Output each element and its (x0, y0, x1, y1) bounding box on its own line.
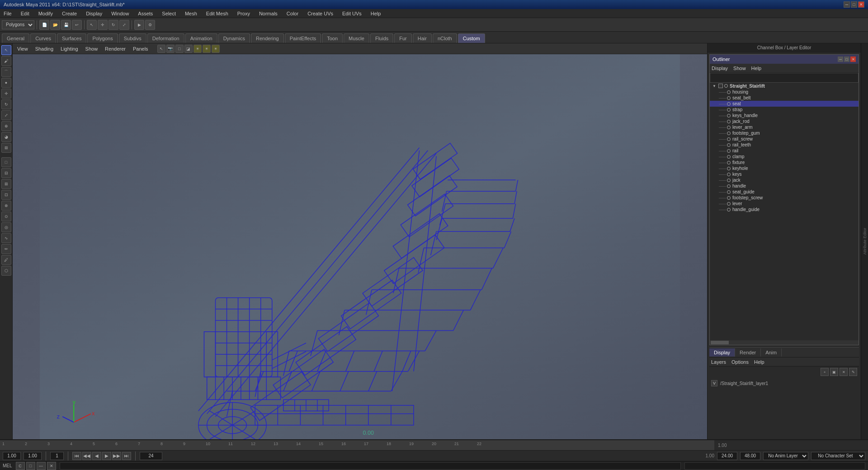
outliner-menu-display[interactable]: Display (712, 66, 728, 71)
view-cube-btn[interactable]: □ (1, 157, 11, 167)
console-minimize-btn[interactable]: □ (26, 462, 35, 470)
tree-item-rail[interactable]: —— rail (710, 148, 859, 154)
outliner-hscroll-thumb[interactable] (711, 341, 729, 344)
menu-mesh[interactable]: Mesh (183, 10, 199, 17)
menu-help[interactable]: Help (369, 10, 383, 17)
close-button[interactable]: ✕ (858, 1, 864, 8)
viewport[interactable]: View Shading Lighting Show Renderer Pane… (13, 43, 707, 439)
tab-polygons[interactable]: Polygons (87, 33, 118, 43)
tree-item-jack-rod[interactable]: —— jack_rod (710, 118, 859, 124)
anim-end-input[interactable] (717, 452, 737, 460)
timeline-track[interactable]: 1 2 3 4 5 6 7 8 9 10 11 12 13 14 15 16 1… (0, 440, 714, 450)
step-forward-btn[interactable]: ▶▶ (112, 452, 121, 460)
new-scene-button[interactable]: 📄 (39, 20, 49, 30)
console-c-btn[interactable]: C (16, 462, 25, 470)
tree-item-root[interactable]: ▼ Straight_Stairlift (710, 83, 859, 89)
menu-window[interactable]: Window (109, 10, 131, 17)
tree-item-handle-guide[interactable]: —— handle_guide (710, 207, 859, 212)
vp-light1-icon[interactable]: ☀ (193, 45, 202, 53)
outliner-close-btn[interactable]: ✕ (850, 56, 856, 62)
layer-create-btn[interactable]: + (821, 368, 829, 376)
vp-select-icon[interactable]: ↖ (157, 45, 165, 53)
brush-btn[interactable]: 🖊 (1, 255, 11, 265)
curve-tool-btn[interactable]: ∿ (1, 233, 11, 243)
scale-btn[interactable]: ⤢ (1, 110, 11, 120)
render-settings-btn[interactable]: ⚙ (145, 20, 155, 30)
move-btn[interactable]: ✛ (1, 89, 11, 99)
jump-to-end-btn[interactable]: ⏭ (122, 452, 131, 460)
vp-menu-shading[interactable]: Shading (33, 45, 55, 52)
render-btn[interactable]: ▶ (134, 20, 144, 30)
frame-step-input[interactable] (50, 452, 64, 460)
menu-display[interactable]: Display (84, 10, 104, 17)
timeline[interactable]: 1 2 3 4 5 6 7 8 9 10 11 12 13 14 15 16 1… (0, 439, 868, 450)
vp-menu-lighting[interactable]: Lighting (59, 45, 80, 52)
menu-create-uvs[interactable]: Create UVs (306, 10, 335, 17)
menu-normals[interactable]: Normals (257, 10, 279, 17)
snap-grid-btn[interactable]: ⊡ (1, 190, 11, 200)
frame-end-input[interactable] (140, 452, 162, 460)
play-back-btn[interactable]: ◀ (92, 452, 101, 460)
tab-dynamics[interactable]: Dynamics (218, 33, 250, 43)
menu-edit-uvs[interactable]: Edit UVs (340, 10, 363, 17)
sculpt-surfaces-btn[interactable]: ⬡ (1, 266, 11, 276)
vp-menu-show[interactable]: Show (84, 45, 100, 52)
viewport-content[interactable]: x y z 0.00 (13, 54, 707, 439)
tree-item-jack[interactable]: —— jack (710, 177, 859, 183)
outliner-tree[interactable]: ▼ Straight_Stairlift —— housing —— seat (710, 83, 859, 340)
undo-button[interactable]: ↩ (72, 20, 82, 30)
minimize-button[interactable]: ─ (844, 1, 850, 8)
tree-item-keys[interactable]: —— keys (710, 171, 859, 177)
tab-animation[interactable]: Animation (185, 33, 217, 43)
outliner-hscroll[interactable] (710, 340, 859, 345)
show-manipulator-btn[interactable]: ⊞ (1, 143, 11, 153)
tab-painteffects[interactable]: PaintEffects (285, 33, 321, 43)
layer-row-stairlift[interactable]: V /Straight_Stairlift_layer1 (711, 379, 857, 387)
step-back-btn[interactable]: ◀◀ (82, 452, 91, 460)
frame-current-input[interactable] (24, 452, 42, 460)
outliner-maximize-btn[interactable]: □ (844, 56, 849, 62)
maximize-button[interactable]: □ (851, 1, 857, 8)
layer-menu-options[interactable]: Options (731, 359, 749, 365)
tree-item-seat-belt[interactable]: —— seat_belt (710, 95, 859, 101)
tab-rendering[interactable]: Rendering (251, 33, 284, 43)
tab-deformation[interactable]: Deformation (147, 33, 184, 43)
tree-item-rail-screw[interactable]: —— rail_screw (710, 136, 859, 142)
console-close-btn[interactable]: ✕ (47, 462, 56, 470)
tree-item-keyhole[interactable]: —— keyhole (710, 165, 859, 171)
make-live-btn[interactable]: ◎ (1, 222, 11, 232)
tab-subdivs[interactable]: Subdivs (119, 33, 146, 43)
menu-create[interactable]: Create (60, 10, 79, 17)
menu-assets[interactable]: Assets (136, 10, 155, 17)
frame-start-input[interactable] (3, 452, 21, 460)
tab-hair[interactable]: Hair (413, 33, 432, 43)
tree-item-lever-arm[interactable]: —— lever_arm (710, 124, 859, 130)
tab-fluids[interactable]: Fluids (370, 33, 393, 43)
layer-menu-help[interactable]: Help (754, 359, 764, 365)
layer-tab-anim[interactable]: Anim (761, 348, 782, 357)
tree-item-handle[interactable]: —— handle (710, 183, 859, 189)
menu-edit[interactable]: Edit (19, 10, 31, 17)
layer-delete-btn[interactable]: ✕ (840, 368, 848, 376)
soft-mod-btn[interactable]: ◕ (1, 132, 11, 142)
anim-end2-input[interactable] (740, 452, 760, 460)
outliner-search-input[interactable] (710, 73, 859, 83)
outliner-menu-help[interactable]: Help (751, 66, 762, 71)
vp-camera-icon[interactable]: 📷 (166, 45, 175, 53)
paint-select-btn[interactable]: 🖌 (1, 56, 11, 66)
select-mode-btn[interactable]: ↖ (1, 45, 11, 55)
vp-menu-view[interactable]: View (15, 45, 30, 52)
sculpt-btn[interactable]: ● (1, 78, 11, 88)
snap-curve-btn[interactable]: ⊗ (1, 201, 11, 211)
vp-menu-renderer[interactable]: Renderer (103, 45, 127, 52)
open-button[interactable]: 📂 (50, 20, 60, 30)
tab-curves[interactable]: Curves (30, 33, 56, 43)
grid-btn[interactable]: ⊞ (1, 179, 11, 189)
render-region-btn[interactable]: ⊟ (1, 168, 11, 178)
select-tool[interactable]: ↖ (87, 20, 97, 30)
tree-item-footstep-gum[interactable]: —— footstep_gum (710, 130, 859, 136)
move-tool[interactable]: ✛ (98, 20, 108, 30)
tab-fur[interactable]: Fur (394, 33, 412, 43)
menu-proxy[interactable]: Proxy (236, 10, 252, 17)
scale-tool[interactable]: ⤢ (119, 20, 129, 30)
